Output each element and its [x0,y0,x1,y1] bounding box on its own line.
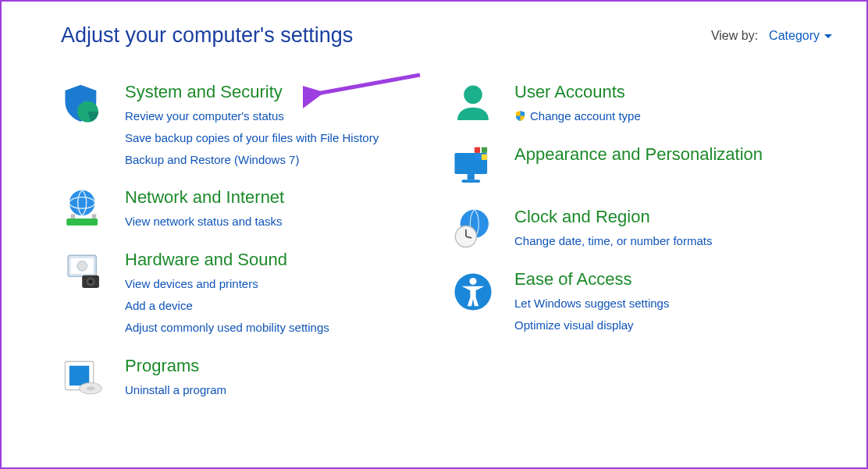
link-optimize-visual[interactable]: Optimize visual display [514,314,832,336]
system-security-icon [61,82,125,127]
svg-point-1 [69,190,95,216]
category-hardware-sound: Hardware and Sound View devices and prin… [61,250,443,338]
svg-rect-4 [71,215,75,219]
header: Adjust your computer's settings View by:… [61,23,832,48]
svg-point-11 [88,279,92,283]
category-appearance-personalization: Appearance and Personalization [450,144,832,190]
control-panel-window: Adjust your computer's settings View by:… [0,0,868,469]
column-left: System and Security Review your computer… [61,82,443,418]
category-system-security: System and Security Review your computer… [61,82,443,170]
svg-rect-23 [482,155,487,160]
svg-rect-19 [462,179,481,183]
category-user-accounts: User Accounts Change account type [450,82,832,127]
viewby-dropdown[interactable]: Category [769,29,832,43]
programs-icon [61,356,125,401]
svg-point-15 [87,386,95,389]
category-title-appearance[interactable]: Appearance and Personalization [514,144,763,165]
svg-rect-21 [482,147,487,153]
appearance-personalization-icon [450,144,514,190]
link-devices-printers[interactable]: View devices and printers [125,273,443,295]
user-accounts-icon [450,82,514,127]
category-title-user-accounts[interactable]: User Accounts [514,82,625,102]
category-network-internet: Network and Internet View network status… [61,187,443,233]
svg-rect-18 [468,174,475,179]
uac-shield-icon [514,107,526,119]
category-title-hardware-sound[interactable]: Hardware and Sound [125,250,287,270]
network-internet-icon [61,187,125,233]
svg-point-16 [464,86,482,105]
link-backup-restore[interactable]: Backup and Restore (Windows 7) [125,149,443,171]
svg-point-8 [77,261,87,272]
svg-rect-13 [69,365,89,385]
category-title-network-internet[interactable]: Network and Internet [125,187,284,208]
link-network-status[interactable]: View network status and tasks [125,211,443,233]
page-title: Adjust your computer's settings [61,23,353,48]
svg-rect-22 [475,155,480,160]
category-title-system-security[interactable]: System and Security [125,82,283,102]
svg-rect-3 [66,219,98,226]
link-file-history[interactable]: Save backup copies of your files with Fi… [125,127,443,149]
category-programs: Programs Uninstall a program [61,356,443,401]
svg-rect-5 [92,215,96,219]
viewby-value: Category [769,29,820,43]
link-change-date-time[interactable]: Change date, time, or number formats [514,230,832,252]
svg-point-29 [469,278,476,285]
category-title-ease-of-access[interactable]: Ease of Access [514,269,631,290]
clock-region-icon [450,207,514,252]
viewby: View by: Category [711,29,832,43]
categories: System and Security Review your computer… [61,82,832,418]
link-add-device[interactable]: Add a device [125,295,443,317]
ease-of-access-icon [450,269,514,314]
link-windows-suggest[interactable]: Let Windows suggest settings [514,293,832,314]
link-uninstall-program[interactable]: Uninstall a program [125,379,443,401]
viewby-label: View by: [711,29,758,43]
category-clock-region: Clock and Region Change date, time, or n… [450,207,832,252]
category-ease-of-access: Ease of Access Let Windows suggest setti… [450,269,832,336]
svg-rect-20 [475,147,480,153]
hardware-sound-icon [61,250,125,295]
chevron-down-icon [824,34,832,38]
link-mobility-settings[interactable]: Adjust commonly used mobility settings [125,317,443,339]
link-review-status[interactable]: Review your computer's status [125,105,443,127]
column-right: User Accounts Change account type [450,82,832,418]
link-change-account-type[interactable]: Change account type [514,105,832,127]
category-title-programs[interactable]: Programs [125,356,199,376]
category-title-clock-region[interactable]: Clock and Region [514,207,650,227]
